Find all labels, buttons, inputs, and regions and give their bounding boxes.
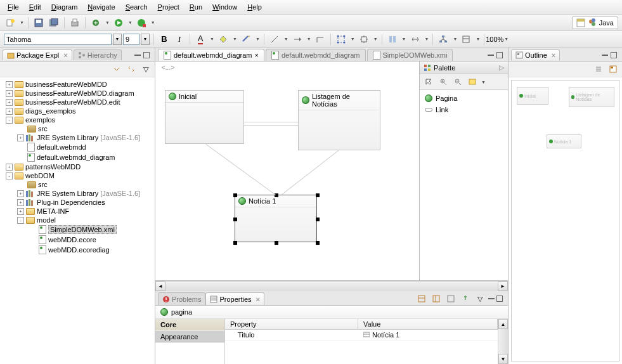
font-size-input[interactable] (123, 34, 139, 45)
ext-tools-button[interactable] (135, 16, 148, 29)
router-button[interactable] (314, 33, 327, 46)
maximize-icon[interactable] (611, 52, 617, 58)
tree-node[interactable]: default.webmdd (1, 142, 153, 152)
close-icon[interactable]: × (256, 296, 260, 303)
diagram-canvas[interactable]: <...> InicialListagem de NotíciasNotícia… (155, 62, 419, 280)
editor-tab[interactable]: SimpleDOMWeb.xmi (367, 49, 453, 61)
minimize-icon[interactable] (134, 55, 141, 56)
minimize-icon[interactable] (602, 55, 608, 56)
menu-edit[interactable]: Edit (25, 2, 45, 12)
properties-section-core[interactable]: Core (155, 319, 224, 331)
font-size-dropdown[interactable]: ▼ (141, 34, 150, 45)
font-color-button[interactable]: A (194, 33, 207, 46)
outline-overview-button[interactable] (607, 63, 619, 75)
menu-diagram[interactable]: Diagram (48, 2, 82, 12)
tree-node[interactable]: -exemplos (1, 115, 153, 124)
menu-run[interactable]: Run (186, 2, 206, 12)
make-same-button[interactable] (409, 33, 422, 46)
align-button[interactable] (386, 33, 399, 46)
show-advanced-button[interactable] (430, 292, 443, 305)
diagram-node-noticia1[interactable]: Notícia 1 (235, 195, 317, 242)
tree-node[interactable]: +patternsWebMDD (1, 162, 153, 171)
line-style-button[interactable] (268, 33, 281, 46)
bold-button[interactable]: B (158, 33, 171, 46)
note-tool[interactable] (466, 75, 479, 88)
property-row[interactable]: TituloNotícia 1 (225, 330, 498, 341)
close-icon[interactable]: × (255, 51, 259, 59)
menu-project[interactable]: Project (154, 2, 183, 12)
tree-node[interactable]: +META-INF (1, 207, 153, 216)
horizontal-scrollbar[interactable]: ◄► (155, 281, 508, 291)
outline-tree-button[interactable] (592, 63, 605, 75)
collapse-all-button[interactable] (110, 63, 123, 75)
tab-hierarchy[interactable]: Hierarchy (74, 49, 122, 60)
pin-button[interactable] (459, 292, 472, 305)
font-name-dropdown[interactable]: ▼ (113, 34, 122, 45)
tree-node[interactable]: +businessFeatureWebMDD (1, 80, 153, 89)
font-name-input[interactable] (4, 34, 112, 45)
restore-defaults-button[interactable] (444, 292, 457, 305)
arrange-button[interactable] (437, 33, 450, 46)
perspective-switcher[interactable]: Java (572, 16, 618, 29)
tab-problems[interactable]: Problems (158, 292, 205, 305)
italic-button[interactable]: I (173, 33, 186, 46)
save-all-button[interactable] (48, 16, 60, 29)
tree-node[interactable]: SimpleDOMWeb.xmi (1, 224, 153, 235)
debug-button[interactable] (89, 16, 102, 29)
menu-search[interactable]: Search (122, 2, 152, 12)
tab-outline[interactable]: Outline× (511, 49, 560, 60)
tab-properties[interactable]: Properties× (205, 292, 264, 305)
zoom-in-tool[interactable] (437, 75, 450, 88)
autosize-button[interactable] (358, 33, 370, 46)
maximize-icon[interactable] (496, 296, 503, 302)
maximize-icon[interactable] (143, 52, 150, 58)
tree-node[interactable]: +diags_exemplos (1, 107, 153, 115)
zoom-out-tool[interactable] (451, 75, 464, 88)
diagram-node-listagem[interactable]: Listagem de Notícias (298, 90, 380, 150)
tree-node[interactable]: src (1, 180, 153, 189)
line-color-button[interactable] (240, 33, 252, 46)
tree-node[interactable]: default.webmdd_diagram (1, 152, 153, 162)
package-explorer-tree[interactable]: +businessFeatureWebMDD+businessFeatureWe… (0, 77, 155, 364)
link-editor-button[interactable] (125, 63, 138, 75)
run-button[interactable] (112, 16, 125, 29)
view-menu-button[interactable]: ▽ (139, 63, 152, 75)
properties-section-appearance[interactable]: Appearance (155, 331, 224, 343)
save-button[interactable] (32, 16, 45, 29)
show-compartments-button[interactable] (460, 33, 472, 46)
tree-node[interactable]: -webDOM (1, 171, 153, 180)
palette-item-pagina[interactable]: Pagina (422, 93, 505, 104)
palette-item-link[interactable]: Link (422, 104, 505, 115)
fill-color-button[interactable] (217, 33, 230, 46)
minimize-icon[interactable] (488, 55, 494, 56)
tree-node[interactable]: -model (1, 216, 153, 224)
zoom-button[interactable]: 100% (488, 33, 501, 46)
tree-node[interactable]: +JRE System Library [JavaSE-1.6] (1, 133, 153, 142)
tree-node[interactable]: +businessFeatureWebMDD.diagram (1, 89, 153, 98)
select-tool[interactable] (422, 75, 435, 88)
view-menu-button[interactable]: ▽ (474, 292, 486, 305)
tree-node[interactable]: +Plug-in Dependencies (1, 198, 153, 207)
tree-node[interactable]: src (1, 124, 153, 133)
tree-node[interactable]: +businessFeatureWebMDD.edit (1, 98, 153, 107)
tree-node[interactable]: +JRE System Library [JavaSE-1.6] (1, 189, 153, 198)
show-categories-button[interactable] (415, 292, 428, 305)
editor-tab[interactable]: default.webmdd_diagram (266, 49, 366, 61)
select-button[interactable] (335, 33, 347, 46)
menu-help[interactable]: Help (243, 2, 266, 12)
editor-tab[interactable]: default.webmdd_diagram× (158, 49, 264, 61)
menu-navigate[interactable]: Navigate (84, 2, 119, 12)
menu-window[interactable]: Window (209, 2, 241, 12)
vertical-scrollbar[interactable]: ▲▼ (498, 319, 508, 364)
tree-node[interactable]: webMDD.ecorediag (1, 245, 153, 255)
close-icon[interactable]: × (552, 51, 555, 59)
palette-header[interactable]: Palette ▷ (420, 62, 508, 74)
new-button[interactable] (4, 16, 16, 29)
maximize-icon[interactable] (496, 52, 503, 58)
minimize-icon[interactable] (488, 298, 495, 299)
print-button[interactable] (68, 16, 81, 29)
menu-file[interactable]: File (4, 2, 23, 12)
outline-overview[interactable]: InicialListagem de NoticiasNoticia 1 (511, 80, 619, 361)
tree-node[interactable]: webMDD.ecore (1, 235, 153, 245)
diagram-node-inicial[interactable]: Inicial (165, 90, 244, 144)
